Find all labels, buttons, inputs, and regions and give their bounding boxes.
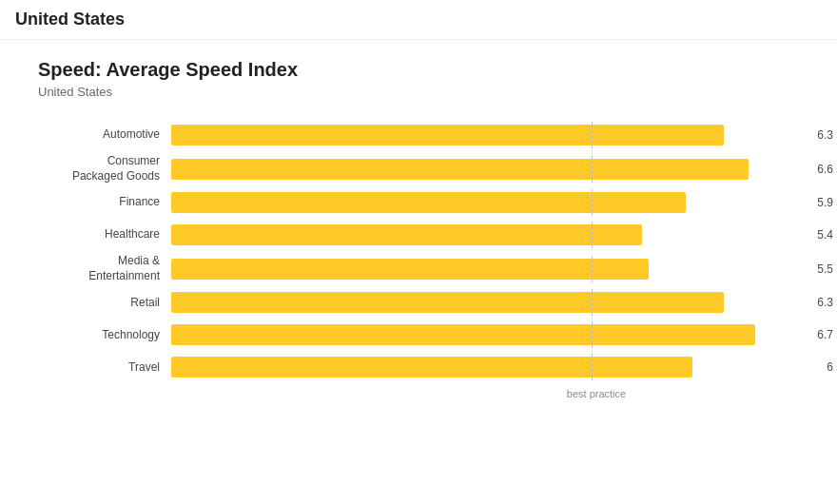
bar-value: 6 sec (827, 360, 837, 374)
bar-row: Finance5.9 sec (38, 189, 799, 216)
bar-value: 5.5 sec (817, 262, 837, 276)
bar-track: 6.3 sec (171, 292, 799, 313)
bar-row: Healthcare5.4 sec (38, 222, 799, 248)
chart-container: Speed: Average Speed Index United States… (0, 40, 837, 428)
bar-label: Technology (38, 328, 171, 343)
bar-fill (171, 292, 724, 313)
bar-label: Media & Entertainment (38, 254, 171, 283)
best-practice-line (592, 321, 593, 348)
best-practice-line (592, 189, 593, 216)
best-practice-line (592, 256, 593, 282)
bar-label: Travel (38, 360, 171, 376)
bar-value: 5.4 sec (817, 228, 837, 242)
bar-track: 5.5 sec (171, 259, 799, 280)
bar-track: 5.4 sec (171, 224, 799, 245)
bar-row: Retail6.3 sec (38, 289, 799, 316)
chart-title: Speed: Average Speed Index (38, 59, 799, 81)
bar-track: 6.6 sec (171, 159, 799, 180)
bar-track: 6 sec (171, 357, 799, 378)
best-practice-line (592, 222, 593, 248)
bar-track: 6.3 sec (171, 125, 799, 145)
bar-value: 6.3 sec (817, 296, 837, 309)
bar-fill (171, 125, 724, 145)
bar-track: 6.7 sec (171, 324, 799, 345)
bar-label: Consumer Packaged Goods (38, 154, 171, 184)
best-practice-label: best practice (567, 388, 626, 399)
bar-value: 6.7 sec (817, 328, 837, 341)
bar-label: Finance (38, 195, 171, 210)
bar-fill (171, 224, 642, 245)
best-practice-line (592, 122, 593, 148)
bar-row: Automotive6.3 sec (38, 122, 799, 148)
best-practice-line (592, 156, 593, 183)
chart-area: Automotive6.3 secConsumer Packaged Goods… (38, 122, 799, 380)
best-practice-container: best practice (171, 388, 799, 399)
bar-label: Automotive (38, 127, 171, 143)
chart-subtitle: United States (38, 85, 799, 99)
bar-fill (171, 324, 755, 345)
bar-fill (171, 357, 692, 378)
bar-row: Travel6 sec (38, 354, 799, 380)
bar-fill (171, 259, 649, 280)
bar-label: Healthcare (38, 227, 171, 242)
bar-fill (171, 159, 749, 180)
best-practice-line (592, 354, 593, 380)
best-practice-line (592, 289, 593, 316)
chart-wrapper: Automotive6.3 secConsumer Packaged Goods… (38, 122, 799, 399)
bar-value: 6.6 sec (817, 163, 837, 176)
bar-row: Technology6.7 sec (38, 321, 799, 348)
bar-track: 5.9 sec (171, 192, 799, 213)
bar-value: 6.3 sec (817, 128, 837, 142)
bar-fill (171, 192, 686, 213)
page-title: United States (0, 0, 837, 40)
bar-row: Consumer Packaged Goods6.6 sec (38, 154, 799, 184)
bar-value: 5.9 sec (817, 196, 837, 209)
bar-label: Retail (38, 296, 171, 311)
bar-row: Media & Entertainment5.5 sec (38, 254, 799, 283)
